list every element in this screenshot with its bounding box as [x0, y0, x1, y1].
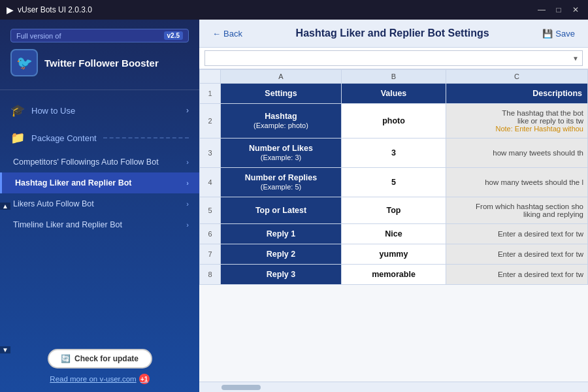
setting-top-latest[interactable]: Top or Latest	[221, 197, 342, 224]
horizontal-scrollbar[interactable]	[199, 382, 588, 392]
row-num-5: 5	[200, 197, 221, 224]
desc-text-3: how many tweets should th	[493, 149, 583, 157]
sheet-selector[interactable]	[204, 50, 583, 66]
hscroll-thumb[interactable]	[221, 385, 261, 390]
reply2-value: yummy	[380, 250, 408, 259]
setting-num-replies[interactable]: Number of Replies (Example: 5)	[221, 168, 342, 197]
value-reply3[interactable]: memorable	[342, 265, 446, 285]
likers-bot-label: Likers Auto Follow Bot	[13, 199, 94, 208]
row-num-7: 7	[200, 244, 221, 265]
desc-text-7: Enter a desired text for tw	[498, 250, 583, 258]
maximize-button[interactable]: □	[553, 4, 564, 16]
desc-hashtag: The hashtag that the bot like or reply t…	[446, 104, 588, 139]
setting-reply2[interactable]: Reply 2	[221, 244, 342, 265]
brand-name: Twitter Follower Booster	[44, 57, 159, 69]
value-num-replies[interactable]: 5	[342, 168, 446, 197]
divider-1	[0, 90, 199, 90]
sidebar-item-package-content[interactable]: 📁 Package Content	[0, 124, 199, 152]
desc-text-4: how many tweets should the l	[485, 178, 583, 186]
full-version-label: Full version of	[16, 32, 61, 40]
bird-icon: 🐦	[16, 55, 33, 71]
dashed-separator	[103, 137, 189, 139]
num-likes-label: Number of Likes	[249, 144, 313, 153]
top-latest-label: Top or Latest	[255, 206, 306, 215]
folder-icon: 📁	[10, 131, 25, 145]
value-num-likes[interactable]: 3	[342, 139, 446, 168]
values-header: Values	[342, 84, 446, 104]
setting-reply1[interactable]: Reply 1	[221, 224, 342, 244]
desc-text-2b: like or reply to its tw	[517, 117, 583, 125]
settings-table: A B C 1 Settings Values Descriptions	[199, 69, 588, 285]
sidebar-header: Full version of v2.5 🐦 Twitter Follower …	[0, 20, 199, 83]
row-num-1: 1	[200, 84, 221, 104]
read-more-label: Read more on v-user.com	[50, 375, 136, 383]
main-header: ← Back Hashtag Liker and Replier Bot Set…	[199, 20, 588, 48]
sidebar-item-timeline-bot[interactable]: Timeline Liker and Replier Bot ›	[0, 214, 199, 235]
close-button[interactable]: ✕	[570, 4, 581, 16]
chevron-right-icon-1: ›	[186, 158, 189, 166]
column-header-row: A B C	[200, 70, 588, 84]
how-to-use-label: How to Use	[31, 106, 75, 116]
desc-text-8: Enter a desired text for tw	[498, 270, 583, 278]
num-likes-example: (Example: 3)	[261, 154, 301, 161]
refresh-icon: 🔄	[61, 354, 71, 363]
version-badge: Full version of v2.5	[10, 29, 189, 42]
desc-text-5a: From which hashtag section sho	[476, 203, 583, 210]
sidebar-item-hashtag-bot[interactable]: Hashtag Liker and Replier Bot ›	[0, 172, 199, 193]
sidebar-item-how-to-use[interactable]: 🎓 How to Use ›	[0, 97, 199, 124]
reply1-label: Reply 1	[267, 229, 295, 238]
notification-badge: +1	[139, 374, 150, 384]
row-num-2: 2	[200, 104, 221, 139]
desc-text-5b: liking and replying	[523, 210, 583, 218]
minimize-button[interactable]: —	[536, 4, 547, 16]
brand-icon: 🐦	[10, 49, 38, 76]
desc-reply3: Enter a desired text for tw	[446, 265, 588, 285]
chevron-right-icon-3: ›	[186, 200, 189, 208]
sidebar-scroll-down[interactable]: ▼	[0, 346, 10, 353]
desc-note-2: Note: Enter Hashtag withou	[495, 125, 583, 133]
sheet-area: ▼ A B	[199, 48, 588, 392]
sidebar-scroll-up[interactable]: ▲	[0, 203, 10, 210]
row-num-8: 8	[200, 265, 221, 285]
back-label: Back	[223, 29, 242, 39]
formula-bar-wrapper: ▼	[204, 50, 583, 66]
window-controls: — □ ✕	[536, 4, 581, 16]
table-row: 4 Number of Replies (Example: 5) 5 how m…	[200, 168, 588, 197]
num-replies-value: 5	[391, 178, 396, 187]
sidebar-item-likers-bot[interactable]: Likers Auto Follow Bot ›	[0, 193, 199, 214]
value-top-latest[interactable]: Top	[342, 197, 446, 224]
col-header-b: B	[342, 70, 446, 84]
desc-text-2: The hashtag that the bot	[502, 109, 583, 117]
num-replies-label: Number of Replies	[245, 173, 317, 182]
table-row: 3 Number of Likes (Example: 3) 3 how man…	[200, 139, 588, 168]
table-row: 6 Reply 1 Nice Enter a desired text for …	[200, 224, 588, 244]
table-row: 7 Reply 2 yummy Enter a desired text for…	[200, 244, 588, 265]
page-title: Hashtag Liker and Replier Bot Settings	[253, 27, 532, 39]
formula-bar: ▼	[199, 48, 588, 69]
hashtag-example: (Example: photo)	[253, 122, 308, 129]
brand-box: 🐦 Twitter Follower Booster	[10, 49, 189, 76]
check-update-button[interactable]: 🔄 Check for update	[48, 349, 152, 368]
read-more-link[interactable]: Read more on v-user.com +1	[50, 374, 149, 384]
graduation-icon: 🎓	[10, 103, 25, 118]
setting-hashtag[interactable]: Hashtag (Example: photo)	[221, 104, 342, 139]
back-button[interactable]: ← Back	[212, 29, 242, 39]
save-button[interactable]: 💾 Save	[542, 29, 575, 39]
chevron-right-icon-2: ›	[186, 179, 189, 187]
hashtag-bot-label: Hashtag Liker and Replier Bot	[15, 178, 132, 188]
top-latest-value: Top	[387, 206, 401, 215]
settings-header: Settings	[221, 84, 342, 104]
sheet-table-wrapper[interactable]: A B C 1 Settings Values Descriptions	[199, 69, 588, 382]
competitors-bot-label: Competitors' Followings Auto Follow Bot	[13, 157, 159, 167]
sidebar-item-competitors-bot[interactable]: Competitors' Followings Auto Follow Bot …	[0, 152, 199, 172]
value-reply2[interactable]: yummy	[342, 244, 446, 265]
value-reply1[interactable]: Nice	[342, 224, 446, 244]
back-arrow-icon: ←	[212, 29, 221, 39]
row-num-6: 6	[200, 224, 221, 244]
desc-top-latest: From which hashtag section sho liking an…	[446, 197, 588, 224]
setting-num-likes[interactable]: Number of Likes (Example: 3)	[221, 139, 342, 168]
value-hashtag[interactable]: photo	[342, 104, 446, 139]
setting-reply3[interactable]: Reply 3	[221, 265, 342, 285]
col-header-c: C	[446, 70, 588, 84]
reply2-label: Reply 2	[267, 250, 295, 259]
